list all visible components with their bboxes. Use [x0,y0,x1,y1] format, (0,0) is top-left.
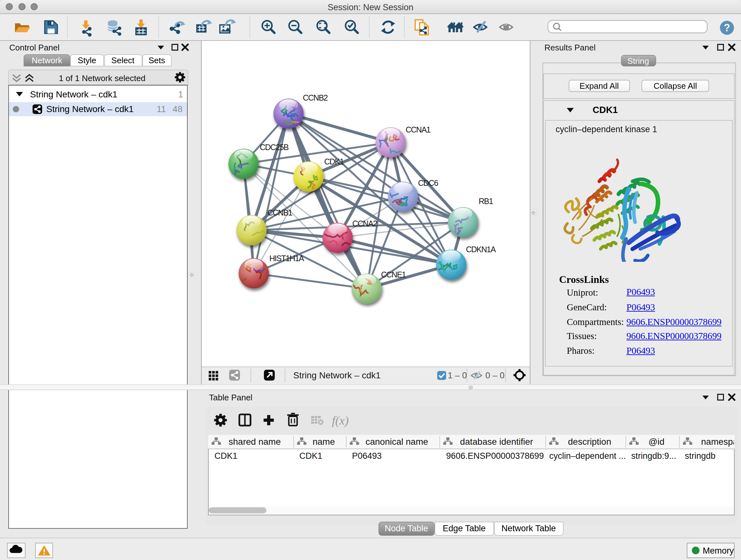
svg-text:database identifier: database identifier [460,437,533,447]
svg-text:f(x): f(x) [332,414,348,427]
svg-text:stringdb: stringdb [685,451,716,461]
svg-text:HIST1H1A: HIST1H1A [269,253,304,262]
svg-text:0 – 0: 0 – 0 [485,371,504,380]
svg-text:description: description [568,437,611,447]
svg-text:9606.ENSP00000378699: 9606.ENSP00000378699 [446,451,544,461]
svg-text:1: 1 [178,89,183,99]
svg-text:RB1: RB1 [479,196,493,205]
svg-text:CCNA1: CCNA1 [406,125,430,134]
svg-text:?: ? [724,22,730,34]
svg-text:String Network – cdk1: String Network – cdk1 [293,370,381,380]
svg-text:CCNB1: CCNB1 [267,208,292,217]
svg-text:P06493: P06493 [352,451,382,461]
svg-text:@id: @id [649,437,664,447]
svg-text:String Network – cdk1: String Network – cdk1 [30,89,118,99]
svg-text:48: 48 [173,104,183,114]
svg-text:1 – 0: 1 – 0 [448,371,467,380]
svg-text:name: name [313,437,335,447]
svg-text:CDKN1A: CDKN1A [466,245,496,253]
svg-text:CCNB2: CCNB2 [303,93,328,102]
svg-text:canonical name: canonical name [365,437,428,447]
svg-text:CDK1: CDK1 [324,157,344,166]
svg-text:CDC6: CDC6 [418,178,438,187]
svg-text:String Network – cdk1: String Network – cdk1 [46,104,134,114]
svg-text:CDC25B: CDC25B [260,142,288,151]
svg-text:CCNA2: CCNA2 [352,219,377,228]
svg-text:CDK1: CDK1 [214,451,238,461]
svg-text:11: 11 [157,104,166,114]
svg-text:namespace: namespace [701,437,735,447]
svg-text:CDK1: CDK1 [299,451,322,461]
svg-text:shared name: shared name [228,437,280,447]
svg-text:CDK1: CDK1 [593,105,618,115]
svg-text:stringdb:9...: stringdb:9... [631,451,676,461]
svg-text:CCNE1: CCNE1 [381,270,406,279]
svg-text:cyclin–dependent ...: cyclin–dependent ... [549,451,626,461]
